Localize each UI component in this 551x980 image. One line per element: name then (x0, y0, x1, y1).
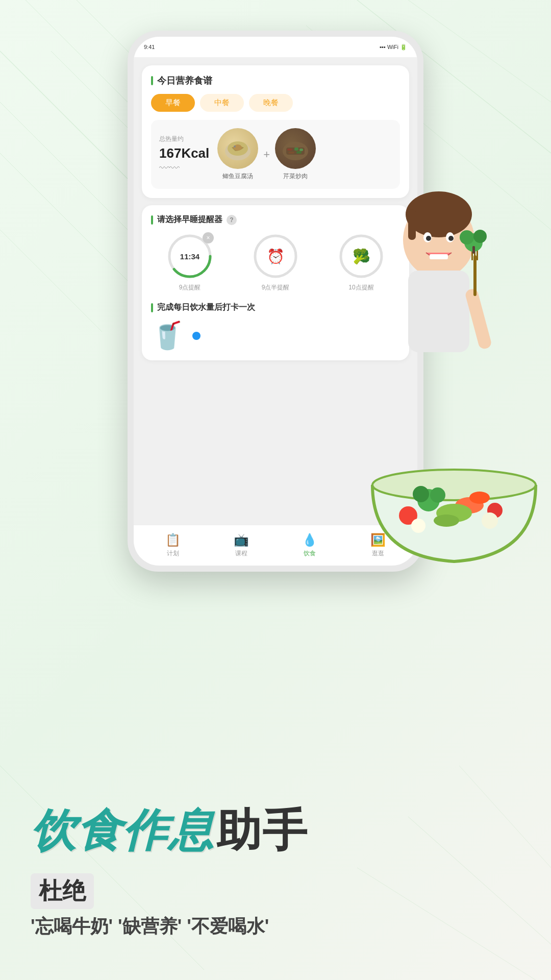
calorie-value: 167Kcal (159, 145, 209, 161)
tab-lunch[interactable]: 中餐 (200, 94, 244, 112)
svg-rect-43 (474, 250, 475, 260)
svg-rect-48 (472, 246, 475, 254)
svg-rect-44 (477, 250, 478, 260)
fish-food-name: 鲫鱼豆腐汤 (222, 172, 253, 181)
browse-label: 逛逛 (372, 549, 384, 558)
svg-line-8 (408, 0, 551, 102)
hero-quotes: '忘喝牛奶' '缺营养' '不爱喝水' (31, 914, 520, 939)
reminder-title-bar (151, 215, 153, 225)
hero-section: 饮食作息 助手 杜绝 '忘喝牛奶' '缺营养' '不爱喝水' (0, 582, 551, 980)
svg-point-60 (482, 512, 498, 529)
fish-soup-image (217, 128, 258, 169)
course-icon: 📺 (234, 533, 249, 547)
calorie-label: 总热量约 (159, 135, 209, 143)
nav-item-diet[interactable]: 💧 饮食 (302, 533, 317, 558)
svg-point-37 (426, 236, 431, 241)
bottom-nav: 📋 计划 📺 课程 💧 饮食 🖼️ 逛逛 (134, 525, 417, 566)
svg-point-55 (469, 492, 490, 504)
meal-content: 总热量约 167Kcal 〰〰 (151, 120, 400, 189)
nutrition-card: 今日营养食谱 早餐 中餐 晚餐 总热量约 167Kcal 〰〰 (142, 65, 409, 198)
hero-subtitle-prefix: 杜绝 (31, 873, 94, 909)
hero-quotes-text: '忘喝牛奶' '缺营养' '不爱喝水' (31, 916, 269, 937)
svg-point-58 (436, 504, 472, 522)
steam-icon: 〰〰 (159, 162, 209, 174)
nav-item-plan[interactable]: 📋 计划 (165, 533, 181, 558)
content-area: 今日营养食谱 早餐 中餐 晚餐 总热量约 167Kcal 〰〰 (134, 57, 417, 525)
svg-point-53 (430, 487, 445, 503)
svg-rect-40 (464, 288, 492, 350)
signal-display: ▪▪▪ WiFi 🔋 (380, 44, 407, 51)
clock-items: 11:34 × 9点提醒 (151, 233, 400, 292)
hero-subtitle-row: 杜绝 (31, 873, 520, 909)
svg-rect-24 (299, 149, 303, 151)
clock-label-3: 10点提醒 (348, 283, 373, 292)
nav-item-browse[interactable]: 🖼️ 逛逛 (370, 533, 386, 558)
calorie-info: 总热量约 167Kcal 〰〰 (159, 135, 209, 174)
svg-point-38 (448, 236, 454, 241)
svg-point-57 (487, 503, 503, 518)
svg-point-18 (234, 144, 242, 151)
diet-icon: 💧 (302, 533, 317, 547)
reminder-card: 请选择早睡提醒器 ? 11:34 (142, 205, 409, 360)
food-item-meat[interactable]: 芹菜炒肉 (275, 128, 316, 181)
meal-tabs: 早餐 中餐 晚餐 (151, 94, 400, 112)
clock-item-1[interactable]: 11:34 × 9点提醒 (151, 233, 229, 292)
clock-time-1: 11:34 (180, 252, 199, 261)
svg-point-35 (423, 232, 432, 242)
clock-label-1: 9点提醒 (179, 283, 201, 292)
plan-label: 计划 (167, 549, 179, 558)
hero-title-container: 饮食作息 助手 (31, 800, 520, 861)
svg-rect-42 (471, 250, 473, 260)
clock-item-3[interactable]: 🥦 10点提醒 (322, 233, 400, 292)
hero-title-green: 饮食作息 (31, 805, 214, 855)
meat-veg-image (275, 128, 316, 169)
svg-point-45 (464, 233, 483, 252)
food-item-fish[interactable]: 鲫鱼豆腐汤 (217, 128, 258, 181)
diet-label: 饮食 (304, 549, 316, 558)
time-display: 9:41 (144, 44, 155, 50)
meat-food-name: 芹菜炒肉 (283, 172, 308, 181)
tab-dinner[interactable]: 晚餐 (249, 94, 293, 112)
close-badge-1[interactable]: × (203, 232, 214, 243)
svg-rect-25 (288, 152, 294, 154)
hero-title-dark: 助手 (216, 805, 308, 855)
status-bar: 9:41 ▪▪▪ WiFi 🔋 (134, 37, 417, 57)
water-content: 🥤 (151, 320, 400, 351)
water-bottle-icon: 🥤 (151, 320, 184, 351)
clock-label-2: 9点半提醒 (262, 283, 290, 292)
svg-point-19 (234, 145, 236, 148)
tab-breakfast[interactable]: 早餐 (151, 94, 195, 112)
course-label: 课程 (235, 549, 247, 558)
svg-point-54 (455, 497, 484, 513)
svg-point-46 (460, 230, 474, 244)
broccoli-fork-icon: 🥦 (353, 248, 370, 265)
phone-mockup: 9:41 ▪▪▪ WiFi 🔋 今日营养食谱 早餐 中餐 晚餐 (128, 31, 423, 572)
svg-rect-41 (473, 255, 477, 296)
svg-point-59 (434, 514, 459, 527)
plan-icon: 📋 (165, 533, 181, 547)
clock-icon-2: ⏰ (267, 248, 285, 265)
water-section-title: 完成每日饮水量后打卡一次 (151, 302, 400, 313)
title-bar-icon (151, 76, 153, 85)
svg-point-47 (473, 230, 487, 243)
svg-rect-39 (430, 254, 448, 259)
help-icon[interactable]: ? (227, 215, 237, 225)
nav-item-course[interactable]: 📺 课程 (234, 533, 249, 558)
water-dot (192, 332, 201, 340)
svg-point-36 (446, 232, 454, 242)
water-section: 完成每日饮水量后打卡一次 🥤 (151, 302, 400, 351)
reminder-title: 请选择早睡提醒器 ? (151, 214, 400, 225)
svg-line-15 (0, 230, 102, 332)
svg-rect-26 (296, 151, 302, 154)
svg-line-14 (51, 204, 128, 281)
water-title-bar (151, 303, 153, 312)
browse-icon: 🖼️ (370, 533, 386, 547)
nutrition-card-title: 今日营养食谱 (151, 75, 400, 87)
clock-item-2[interactable]: ⏰ 9点半提醒 (237, 233, 314, 292)
svg-rect-22 (287, 149, 292, 151)
svg-rect-23 (294, 148, 298, 151)
food-items: 鲫鱼豆腐汤 + (217, 128, 392, 181)
plus-separator: + (263, 148, 270, 161)
